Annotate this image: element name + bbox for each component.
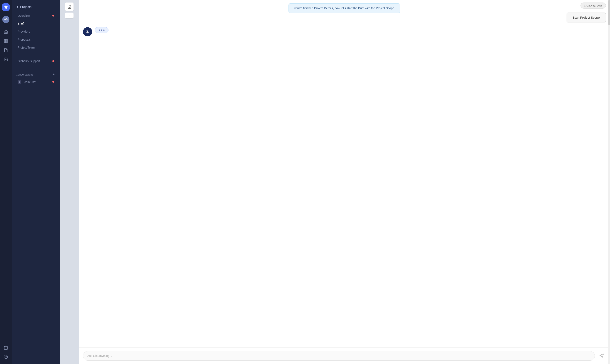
- creativity-badge: Creativity: 20%: [581, 2, 606, 9]
- svg-rect-2: [4, 41, 6, 43]
- bag-icon[interactable]: [2, 344, 10, 351]
- home-icon[interactable]: [2, 28, 10, 36]
- panel-collapse-button[interactable]: [65, 13, 73, 18]
- help-icon[interactable]: [2, 353, 10, 361]
- start-project-scope-button[interactable]: Start Project Scope: [567, 13, 606, 22]
- user-avatar[interactable]: AS: [2, 16, 9, 23]
- sidebar-item-project-team[interactable]: Project Team: [14, 44, 58, 51]
- back-button[interactable]: Projects: [12, 3, 60, 12]
- notification-banner: You've finished Project Details, now let…: [289, 3, 400, 13]
- document-panel-strip: [60, 0, 79, 364]
- dot-2: [101, 29, 102, 31]
- dot-1: [99, 29, 100, 31]
- sidebar-item-providers[interactable]: Providers: [14, 28, 58, 35]
- sidebar-item-label: Proposals: [18, 38, 31, 41]
- conversations-section: Conversations +: [12, 69, 60, 78]
- conversations-label: Conversations: [16, 73, 33, 76]
- sidebar-item-label: Globality Support: [18, 59, 40, 63]
- input-area: [79, 348, 610, 364]
- svg-point-11: [88, 33, 89, 33]
- sidebar-item-globality-support[interactable]: Globality Support: [14, 57, 58, 65]
- send-button[interactable]: [597, 352, 606, 360]
- sidebar: Projects Overview Brief Providers Propos…: [12, 0, 60, 364]
- document-icon[interactable]: [65, 2, 73, 11]
- clipboard-icon[interactable]: [2, 46, 10, 54]
- sidebar-item-brief[interactable]: Brief: [14, 20, 58, 27]
- glo-avatar: [83, 27, 92, 36]
- team-chat-label: Team Chat: [23, 80, 36, 83]
- main-content: Creativity: 20% You've finished Project …: [79, 0, 610, 364]
- svg-point-10: [86, 31, 87, 31]
- chat-bubble-area: [95, 27, 109, 33]
- app-logo[interactable]: [2, 3, 10, 11]
- globality-support-dot: [52, 60, 54, 62]
- overview-notification-dot: [52, 15, 54, 16]
- svg-rect-3: [6, 41, 8, 43]
- top-bar: Creativity: 20%: [576, 0, 610, 11]
- sidebar-item-label: Brief: [18, 22, 24, 25]
- team-chat-number: 1: [18, 80, 21, 84]
- sidebar-title: Projects: [20, 5, 31, 9]
- team-chat-dot: [52, 81, 54, 83]
- chat-message: [83, 27, 606, 36]
- sidebar-item-label: Project Team: [18, 46, 35, 49]
- check-circle-icon[interactable]: [2, 56, 10, 63]
- sidebar-item-team-chat[interactable]: 1 Team Chat: [14, 78, 58, 85]
- svg-rect-0: [4, 39, 6, 41]
- list-icon[interactable]: [2, 37, 10, 45]
- chat-typing-indicator[interactable]: [95, 27, 109, 33]
- sidebar-item-overview[interactable]: Overview: [14, 12, 58, 19]
- sidebar-nav: Overview Brief Providers Proposals Proje…: [12, 12, 60, 85]
- chat-area: [79, 0, 610, 348]
- add-conversation-button[interactable]: +: [52, 72, 56, 77]
- svg-rect-1: [6, 39, 8, 41]
- icon-rail: AS: [0, 0, 12, 364]
- sidebar-item-label: Providers: [18, 30, 30, 33]
- sidebar-item-proposals[interactable]: Proposals: [14, 36, 58, 43]
- chat-input[interactable]: [83, 351, 595, 361]
- sidebar-item-label: Overview: [18, 14, 30, 17]
- dot-3: [103, 29, 105, 31]
- scrollbar-track: [608, 0, 610, 364]
